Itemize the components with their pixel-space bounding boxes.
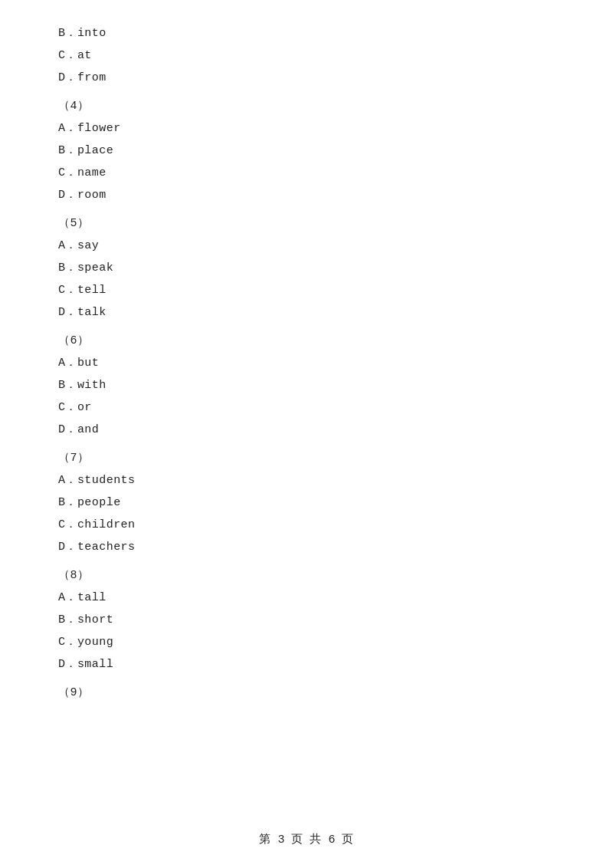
option-a-say: A．say [58,235,555,256]
option-a-but: A．but [58,353,555,373]
option-d-teachers: D．teachers [58,537,555,557]
section-4-label: （4） [58,96,555,117]
option-b-speak: B．speak [58,258,555,278]
section-6-label: （6） [58,330,555,351]
option-d-small: D．small [58,654,555,675]
option-d-talk: D．talk [58,302,555,323]
section-5-label: （5） [58,213,555,234]
option-a-students: A．students [58,470,555,491]
option-c-or: C．or [58,397,555,418]
option-c-name: C．name [58,163,555,183]
section-7-label: （7） [58,448,555,469]
footer-text: 第 3 页 共 6 页 [259,833,353,847]
option-b-people: B．people [58,492,555,513]
option-b-place: B．place [58,140,555,161]
option-c-children: C．children [58,515,555,535]
option-c-at: C．at [58,45,555,66]
option-b-short: B．short [58,610,555,630]
option-d-and: D．and [58,419,555,440]
option-a-flower: A．flower [58,118,555,139]
section-9-label: （9） [58,682,555,703]
option-d-room: D．room [58,185,555,205]
option-a-tall: A．tall [58,587,555,608]
option-d-from: D．from [58,67,555,88]
page-footer: 第 3 页 共 6 页 [0,832,613,847]
option-c-young: C．young [58,632,555,653]
section-8-label: （8） [58,565,555,586]
option-c-tell: C．tell [58,280,555,301]
main-content: B．into C．at D．from （4） A．flower B．place … [0,0,613,751]
option-b-with: B．with [58,375,555,396]
option-b-into: B．into [58,23,555,44]
